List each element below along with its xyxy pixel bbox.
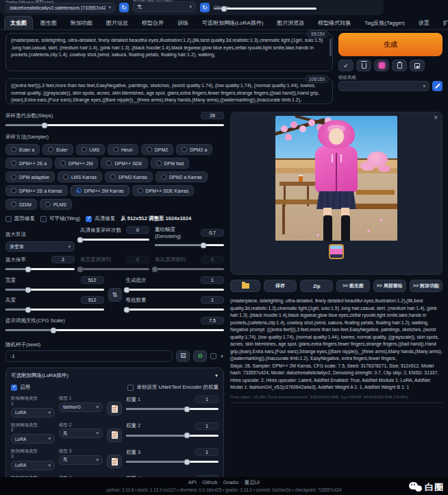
steps-slider[interactable] bbox=[5, 124, 224, 126]
restore-faces-checkbox[interactable]: 面部修复 bbox=[5, 215, 35, 222]
tab-extensions[interactable]: 扩展 bbox=[437, 16, 448, 29]
sampler-lms[interactable]: LMS bbox=[76, 144, 105, 155]
tab-settings[interactable]: 设置 bbox=[412, 16, 436, 29]
sampler-dpm-adaptive[interactable]: DPM adaptive bbox=[5, 171, 55, 182]
sampler-plms[interactable]: PLMS bbox=[40, 199, 72, 210]
prompt-scrollbar[interactable] bbox=[329, 38, 332, 56]
lora-model-info-button-3[interactable] bbox=[107, 455, 122, 468]
cfg-scale-slider[interactable] bbox=[5, 329, 224, 331]
edit-styles-button[interactable] bbox=[432, 81, 443, 91]
lora-enable-checkbox[interactable]: 启用 bbox=[11, 384, 30, 391]
tab-image-browser[interactable]: 图片浏览器 bbox=[271, 16, 310, 29]
reuse-seed-button[interactable]: ♻ bbox=[193, 350, 207, 362]
send-to-img2img-button[interactable]: >> 图生图 bbox=[336, 280, 369, 292]
vae-select[interactable]: 无 ▾ bbox=[133, 1, 196, 12]
sampler-dpmpp-2s-a-karras[interactable]: DPM++ 2S a Karras bbox=[5, 185, 68, 196]
random-seed-button[interactable]: ⚄ bbox=[176, 350, 190, 362]
steps-value[interactable]: 28 bbox=[201, 112, 224, 119]
tab-train[interactable]: 训练 bbox=[171, 16, 195, 29]
hires-steps-value[interactable]: 0 bbox=[126, 226, 149, 234]
upscale-by-slider[interactable] bbox=[5, 268, 75, 270]
sampler-dpm2-a[interactable]: DPM2 a bbox=[176, 144, 212, 155]
footer-link-github[interactable]: Github bbox=[202, 479, 217, 485]
paste-prompt-button[interactable]: ↙ bbox=[338, 60, 353, 71]
cfg-scale-value[interactable]: 7.5 bbox=[201, 317, 224, 324]
height-value[interactable]: 512 bbox=[81, 296, 104, 304]
apply-style-button[interactable] bbox=[392, 60, 407, 71]
lora-type-select-1[interactable]: LoRA▾ bbox=[11, 408, 55, 418]
sampler-dpm2[interactable]: DPM2 bbox=[141, 144, 173, 155]
save-style-button[interactable] bbox=[410, 60, 425, 71]
sampler-dpmpp-sde-karras[interactable]: DPM++ SDE Karras bbox=[132, 185, 195, 196]
clip-skip-slider[interactable] bbox=[214, 8, 316, 10]
close-icon[interactable]: × bbox=[434, 114, 438, 121]
tiling-checkbox[interactable]: 可平铺(Tiling) bbox=[40, 215, 80, 222]
open-folder-button[interactable] bbox=[230, 280, 260, 292]
width-slider[interactable] bbox=[5, 289, 104, 291]
gallery-thumbnail[interactable] bbox=[329, 244, 344, 259]
lora-separate-weights-checkbox[interactable]: 单独设置 UNet/Text Encoder 的权重 bbox=[127, 384, 219, 391]
denoising-slider[interactable] bbox=[155, 244, 224, 246]
additional-networks-header[interactable]: 可选附加网络(LoRA插件) ▼ bbox=[11, 372, 219, 379]
lora-model-select-1[interactable]: fashionG▾ bbox=[59, 402, 103, 412]
send-to-inpaint-button[interactable]: >> 局部重绘 bbox=[373, 280, 406, 292]
lora-weight-value-1[interactable]: 1 bbox=[195, 396, 219, 403]
sampler-dpmpp-2s-a[interactable]: DPM++ 2S a bbox=[5, 158, 52, 169]
refresh-vae-button[interactable]: ↻ bbox=[200, 3, 210, 12]
lora-model-info-button-2[interactable] bbox=[107, 428, 122, 442]
clear-prompt-button[interactable] bbox=[356, 60, 371, 71]
sampler-lms-karras[interactable]: LMS Karras bbox=[58, 171, 102, 182]
tab-txt2img[interactable]: 文生图 bbox=[4, 16, 33, 29]
sampler-dpm2-a-karras[interactable]: DPM2 a Karras bbox=[155, 171, 208, 182]
negative-prompt-input[interactable]: (((extra feet))),3 feet,more than two fe… bbox=[5, 78, 333, 104]
model-select[interactable]: dalceforealisticallyv2.safetensors [7335… bbox=[5, 3, 115, 12]
denoising-value[interactable]: 0.7 bbox=[201, 229, 224, 237]
sampler-euler-a[interactable]: Euler a bbox=[5, 144, 40, 155]
hires-steps-slider[interactable] bbox=[80, 239, 149, 241]
sampler-euler[interactable]: Euler bbox=[42, 144, 73, 155]
prompt-input[interactable]: (masterpiece, sidelighting, ultra-detail… bbox=[5, 33, 333, 71]
seed-input[interactable] bbox=[5, 350, 173, 362]
extra-seed-checkbox[interactable] bbox=[210, 353, 216, 359]
upscaler-select[interactable]: 潜变量▾ bbox=[5, 241, 75, 252]
upscale-by-value[interactable]: 2 bbox=[51, 256, 75, 263]
styles-select[interactable]: ▾ bbox=[338, 81, 430, 91]
tab-img2img[interactable]: 图生图 bbox=[34, 16, 63, 29]
sampler-heun[interactable]: Heun bbox=[108, 144, 138, 155]
swap-dimensions-button[interactable]: ⇅ bbox=[108, 288, 122, 302]
lora-type-select-2[interactable]: LoRA▾ bbox=[11, 434, 55, 444]
tab-png-info[interactable]: 图片信息 bbox=[100, 16, 134, 29]
width-value[interactable]: 512 bbox=[81, 276, 104, 284]
refresh-model-button[interactable]: ↻ bbox=[119, 3, 129, 12]
lora-weight-value-2[interactable]: 1 bbox=[195, 422, 219, 430]
sampler-dpm2-karras[interactable]: DPM2 Karras bbox=[105, 171, 153, 182]
sampler-dpmpp-sde[interactable]: DPM++ SDE bbox=[101, 158, 147, 169]
lora-type-select-3[interactable]: LoRA▾ bbox=[11, 461, 55, 470]
batch-count-value[interactable]: 1 bbox=[201, 276, 224, 284]
footer-link-restart-ui[interactable]: 重启UI bbox=[245, 479, 260, 485]
hires-fix-checkbox[interactable]: 高清修复 bbox=[86, 215, 115, 222]
lora-weight-slider-3[interactable] bbox=[126, 461, 219, 463]
batch-count-slider[interactable] bbox=[126, 289, 225, 291]
zip-button[interactable]: Zip bbox=[300, 280, 333, 292]
sampler-dpmpp-2m-karras[interactable]: DPM++ 2M Karras bbox=[71, 185, 129, 196]
lora-weight-slider-2[interactable] bbox=[126, 435, 219, 437]
footer-link-gradio[interactable]: Gradio bbox=[223, 479, 239, 485]
lora-model-info-button-1[interactable] bbox=[107, 402, 122, 415]
footer-link-api[interactable]: API bbox=[188, 479, 197, 485]
send-to-extras-button[interactable]: >> 附加功能 bbox=[410, 280, 443, 292]
batch-size-slider[interactable] bbox=[126, 309, 225, 311]
tab-additional-networks[interactable]: 可选附加网络(LoRA插件) bbox=[196, 16, 269, 29]
tab-extras[interactable]: 附加功能 bbox=[64, 16, 99, 29]
sampler-ddim[interactable]: DDIM bbox=[5, 199, 37, 210]
batch-size-value[interactable]: 1 bbox=[201, 296, 224, 304]
tab-model-converter[interactable]: 模型格式转换 bbox=[312, 16, 357, 29]
sampler-dpm-fast[interactable]: DPM fast bbox=[151, 158, 190, 169]
generate-button[interactable]: 生成 bbox=[338, 33, 443, 56]
save-button[interactable]: 保存 bbox=[264, 280, 297, 292]
sampler-dpmpp-2m[interactable]: DPM++ 2M bbox=[55, 158, 98, 169]
tab-tagger[interactable]: Tag反推(Tagger) bbox=[358, 16, 411, 29]
lora-weight-value-3[interactable]: 1 bbox=[195, 448, 219, 456]
lora-model-select-3[interactable]: 无▾ bbox=[59, 455, 103, 465]
generated-image[interactable] bbox=[275, 116, 397, 241]
